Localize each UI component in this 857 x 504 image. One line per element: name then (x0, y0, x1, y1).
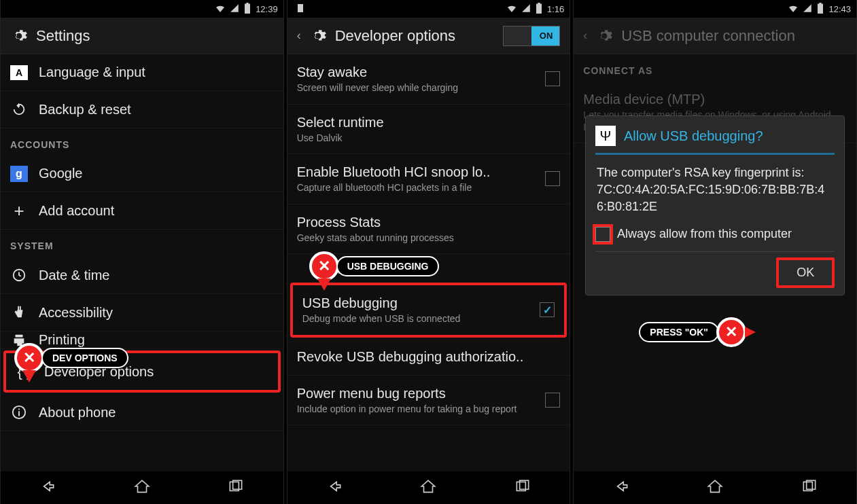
item-language-input[interactable]: A Language & input (1, 54, 283, 91)
item-accessibility[interactable]: Accessibility (1, 294, 283, 331)
home-icon[interactable] (419, 478, 437, 498)
item-bt-hci-snoop[interactable]: Enable Bluetooth HCI snoop lo..Capture a… (287, 154, 570, 204)
gear-icon (309, 27, 327, 45)
wifi-icon (788, 3, 799, 16)
annotation-press-ok: PRESS "OK" ✕ (639, 317, 746, 347)
item-about-phone[interactable]: About phone (1, 394, 283, 431)
item-label: Accessibility (39, 304, 274, 321)
item-subtitle: Include option in power menu for taking … (297, 403, 535, 416)
nav-bar (1, 471, 283, 504)
battery-icon (243, 3, 251, 16)
status-bar: 1:16 (287, 0, 570, 18)
close-icon: ✕ (14, 343, 44, 373)
item-revoke-usb-auth[interactable]: Revoke USB debugging authorizatio.. (287, 339, 570, 376)
plus-icon: + (10, 202, 28, 219)
close-icon: ✕ (309, 251, 339, 281)
dialog-body-text: The computer's RSA key fingerprint is: (597, 164, 833, 181)
back-icon[interactable] (612, 478, 630, 498)
recent-icon[interactable] (227, 478, 245, 498)
master-toggle[interactable]: ON (503, 26, 560, 46)
svg-rect-4 (298, 4, 303, 12)
status-bar: 12:43 (574, 0, 856, 18)
item-add-account[interactable]: + Add account (1, 192, 283, 230)
nav-bar (574, 471, 856, 504)
section-accounts: ACCOUNTS (1, 128, 283, 156)
clock-icon (10, 266, 28, 284)
checkbox[interactable] (545, 171, 560, 186)
ok-button[interactable]: OK (776, 257, 835, 288)
status-time: 1:16 (547, 4, 564, 14)
item-subtitle: Geeky stats about running processes (297, 232, 561, 245)
page-title: Developer options (335, 27, 455, 45)
checkbox[interactable] (545, 71, 560, 86)
language-icon: A (10, 65, 28, 80)
item-google[interactable]: g Google (1, 156, 283, 192)
item-label: Backup & reset (39, 101, 274, 118)
battery-icon (816, 3, 824, 16)
checkbox[interactable] (545, 393, 560, 408)
item-date-time[interactable]: Date & time (1, 257, 283, 294)
dialog-title: Allow USB debugging? (624, 128, 763, 144)
back-chevron-icon[interactable]: ‹ (583, 29, 587, 43)
item-subtitle: Capture all bluetooth HCI packets in a f… (297, 182, 535, 194)
annotation-label: DEV OPTIONS (41, 348, 128, 368)
item-label: About phone (39, 404, 274, 421)
annotation-dev-options: ✕ DEV OPTIONS (14, 343, 128, 373)
back-icon[interactable] (326, 478, 343, 498)
always-allow-label: Always allow from this computer (617, 227, 792, 241)
item-stay-awake[interactable]: Stay awakeScreen will never sleep while … (287, 54, 570, 105)
item-subtitle: Use Dalvik (297, 132, 561, 145)
item-usb-debugging[interactable]: USB debuggingDebug mode when USB is conn… (290, 283, 567, 338)
item-label: Revoke USB debugging authorizatio.. (297, 348, 561, 365)
dialog-backdrop: Ψ Allow USB debugging? The computer's RS… (574, 115, 856, 463)
status-bar: 12:39 (1, 0, 283, 18)
item-label: Stay awake (297, 64, 535, 81)
item-label: Date & time (39, 267, 274, 284)
annotation-usb-debugging: ✕ USB DEBUGGING (309, 251, 440, 281)
always-allow-checkbox[interactable] (595, 227, 610, 242)
annotation-label: PRESS "OK" (639, 322, 719, 342)
item-subtitle: Screen will never sleep while charging (297, 82, 535, 94)
item-label: Power menu bug reports (297, 385, 535, 402)
settings-list[interactable]: A Language & input Backup & reset ACCOUN… (1, 54, 283, 471)
item-label: Process Stats (297, 214, 561, 231)
back-icon[interactable] (39, 478, 56, 498)
checkbox-checked[interactable]: ✓ (540, 302, 555, 317)
home-icon[interactable] (706, 478, 724, 498)
item-process-stats[interactable]: Process StatsGeeky stats about running p… (287, 204, 570, 255)
wifi-icon (506, 3, 517, 16)
wifi-icon (215, 3, 226, 16)
phone-developer-options: 1:16 ‹ Developer options ON Stay awakeSc… (287, 0, 571, 504)
item-power-menu-bug[interactable]: Power menu bug reportsInclude option in … (287, 376, 570, 426)
back-chevron-icon[interactable]: ‹ (297, 29, 301, 43)
hand-icon (10, 304, 28, 321)
usb-notif-icon (293, 3, 304, 15)
home-icon[interactable] (133, 478, 151, 498)
item-label: Media device (MTP) (583, 91, 847, 108)
item-label: Language & input (39, 64, 274, 81)
signal-icon (803, 3, 812, 15)
titlebar-settings: Settings (1, 18, 283, 54)
annotation-label: USB DEBUGGING (336, 256, 440, 276)
page-title: USB computer connection (621, 27, 795, 45)
item-label: Add account (39, 202, 274, 219)
page-title: Settings (36, 27, 90, 45)
signal-icon (230, 3, 239, 15)
always-allow-row[interactable]: Always allow from this computer (595, 223, 835, 251)
item-backup-reset[interactable]: Backup & reset (1, 91, 283, 128)
gear-icon (10, 27, 28, 45)
titlebar-dev-options: ‹ Developer options ON (287, 18, 570, 54)
nav-bar (287, 471, 570, 504)
info-icon (10, 403, 28, 421)
usb-icon: Ψ (595, 126, 616, 146)
recent-icon[interactable] (514, 478, 531, 498)
recent-icon[interactable] (801, 478, 818, 498)
item-label: USB debugging (302, 295, 529, 312)
section-connect-as: CONNECT AS (574, 54, 856, 82)
close-icon: ✕ (716, 317, 746, 347)
google-icon: g (10, 166, 28, 182)
item-subtitle: Debug mode when USB is connected (302, 313, 529, 325)
item-label: Enable Bluetooth HCI snoop lo.. (297, 164, 535, 181)
item-select-runtime[interactable]: Select runtimeUse Dalvik (287, 105, 570, 155)
section-system: SYSTEM (1, 230, 283, 257)
